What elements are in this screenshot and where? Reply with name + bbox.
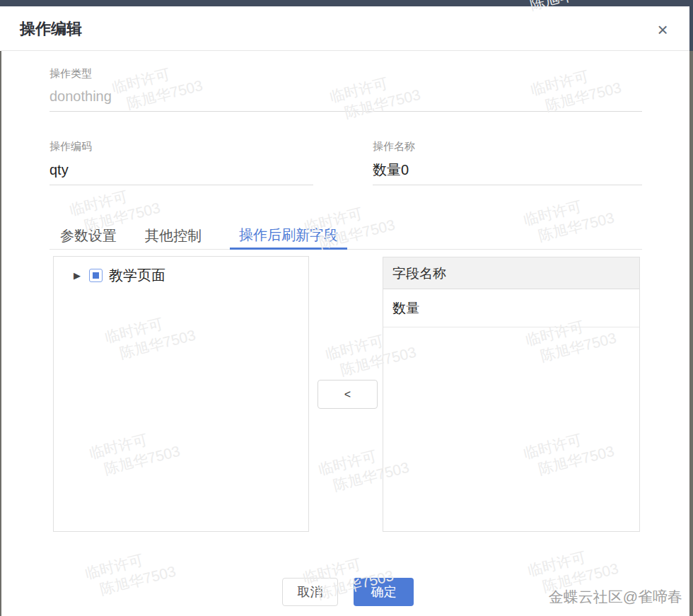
license-watermark: 临时许可陈旭华7503 — [83, 543, 177, 602]
operation-code-input[interactable] — [50, 155, 313, 185]
background-top-bar — [0, 0, 693, 6]
move-left-button[interactable]: < — [318, 380, 378, 409]
background-edge-right-top — [689, 6, 693, 51]
tab-refresh-fields[interactable]: 操作后刷新字段 — [230, 222, 347, 250]
tree-node-label: 教学页面 — [109, 266, 165, 285]
dialog-header: 操作编辑 × — [1, 6, 689, 51]
community-credit-text: 金蝶云社区@雀啼春 — [520, 587, 682, 607]
dialog-title: 操作编辑 — [20, 6, 82, 51]
operation-type-label: 操作类型 — [50, 67, 92, 81]
tree-node-teaching-page[interactable]: ▶ 教学页面 — [74, 266, 308, 285]
expand-arrow-icon[interactable]: ▶ — [74, 270, 85, 281]
operation-name-input[interactable] — [373, 155, 642, 185]
field-tree-panel: ▶ 教学页面 — [53, 256, 309, 532]
tree-node-checkbox[interactable] — [89, 269, 103, 282]
operation-code-field-box — [50, 155, 313, 185]
tab-bar: 参数设置 其他控制 操作后刷新字段 — [50, 222, 642, 250]
table-header-field-name: 字段名称 — [383, 257, 639, 289]
operation-type-field[interactable]: donothing — [50, 83, 642, 112]
background-edge-right — [689, 51, 693, 616]
tab-parameter-settings[interactable]: 参数设置 — [60, 222, 117, 249]
background-edge-left — [0, 51, 1, 616]
tab-other-control[interactable]: 其他控制 — [145, 222, 202, 249]
cancel-button[interactable]: 取消 — [282, 578, 338, 606]
checkbox-indeterminate-mark — [93, 272, 99, 279]
selected-fields-table: 字段名称 数量 — [383, 257, 640, 532]
operation-name-field-box — [373, 155, 642, 185]
operation-code-label: 操作编码 — [50, 140, 92, 153]
close-icon[interactable]: × — [651, 18, 675, 42]
table-row[interactable]: 数量 — [383, 289, 639, 327]
operation-name-label: 操作名称 — [373, 140, 415, 153]
confirm-button[interactable]: 确定 — [354, 578, 414, 606]
